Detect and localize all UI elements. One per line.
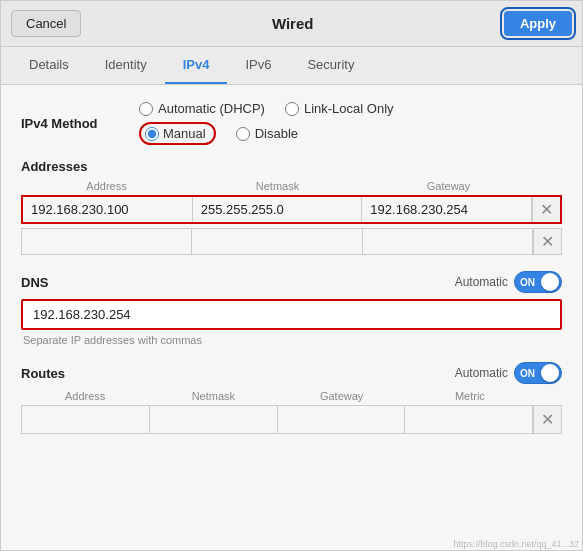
addresses-col-headers: Address Netmask Gateway <box>21 180 562 195</box>
route-metric-cell <box>405 406 533 433</box>
dns-toggle-group: Automatic ON <box>455 271 562 293</box>
delete-route-icon: ✕ <box>541 410 554 429</box>
addresses-section-title: Addresses <box>21 159 562 174</box>
route-col-header-netmask: Netmask <box>149 390 277 405</box>
dns-automatic-label: Automatic <box>455 275 508 289</box>
tab-ipv6[interactable]: IPv6 <box>227 47 289 84</box>
delete-icon: ✕ <box>540 200 553 219</box>
gateway-cell-1 <box>362 197 532 222</box>
tab-identity[interactable]: Identity <box>87 47 165 84</box>
delete-row-1-button[interactable]: ✕ <box>532 197 560 222</box>
dns-toggle-on-text: ON <box>515 277 535 288</box>
col-header-gateway: Gateway <box>363 180 534 195</box>
method-disable-radio[interactable] <box>236 127 250 141</box>
address-row-2: ✕ <box>21 228 562 255</box>
netmask-input-1[interactable] <box>193 197 362 222</box>
routes-toggle[interactable]: ON <box>514 362 562 384</box>
route-gateway-cell <box>278 406 406 433</box>
tab-bar: Details Identity IPv4 IPv6 Security <box>1 47 582 85</box>
method-row-1: Automatic (DHCP) Link-Local Only <box>139 101 394 116</box>
dns-section: DNS Automatic ON Separate IP addresses w… <box>21 271 562 346</box>
window: Cancel Wired Apply Details Identity IPv4… <box>0 0 583 551</box>
method-manual-radio[interactable] <box>145 127 159 141</box>
route-address-input[interactable] <box>22 406 149 433</box>
method-disable-label: Disable <box>255 126 298 141</box>
gateway-input-2[interactable] <box>363 229 532 254</box>
ipv4-method-row: IPv4 Method Automatic (DHCP) Link-Local … <box>21 101 562 145</box>
address-input-1[interactable] <box>23 197 192 222</box>
method-row-2: Manual Disable <box>139 122 394 145</box>
netmask-cell-1 <box>193 197 363 222</box>
routes-automatic-label: Automatic <box>455 366 508 380</box>
tab-details[interactable]: Details <box>11 47 87 84</box>
method-link-local-label: Link-Local Only <box>304 101 394 116</box>
addresses-container: Address Netmask Gateway ✕ <box>21 180 562 255</box>
routes-toggle-knob <box>541 364 559 382</box>
method-options: Automatic (DHCP) Link-Local Only Manual <box>139 101 394 145</box>
dns-input[interactable] <box>23 301 560 328</box>
routes-section: Routes Automatic ON Address Netmask Gate… <box>21 362 562 434</box>
content-area: IPv4 Method Automatic (DHCP) Link-Local … <box>1 85 582 550</box>
netmask-cell-2 <box>192 229 362 254</box>
method-link-local[interactable]: Link-Local Only <box>285 101 394 116</box>
delete-route-button[interactable]: ✕ <box>533 406 561 433</box>
method-manual-label: Manual <box>163 126 206 141</box>
route-col-spacer <box>534 390 562 405</box>
route-netmask-input[interactable] <box>150 406 277 433</box>
netmask-input-2[interactable] <box>192 229 361 254</box>
route-gateway-input[interactable] <box>278 406 405 433</box>
dns-toggle-knob <box>541 273 559 291</box>
delete-row-2-button[interactable]: ✕ <box>533 229 561 254</box>
col-headers-inner: Address Netmask Gateway <box>21 180 534 195</box>
routes-label: Routes <box>21 366 65 381</box>
manual-circle-highlight: Manual <box>139 122 216 145</box>
route-metric-input[interactable] <box>405 406 532 433</box>
col-header-address: Address <box>21 180 192 195</box>
route-netmask-cell <box>150 406 278 433</box>
col-header-netmask: Netmask <box>192 180 363 195</box>
tab-ipv4[interactable]: IPv4 <box>165 47 228 84</box>
dns-toggle[interactable]: ON <box>514 271 562 293</box>
delete-icon-2: ✕ <box>541 232 554 251</box>
route-row-1: ✕ <box>21 405 562 434</box>
gateway-cell-2 <box>363 229 533 254</box>
method-auto-label: Automatic (DHCP) <box>158 101 265 116</box>
address-cell-1 <box>23 197 193 222</box>
route-col-header-metric: Metric <box>406 390 534 405</box>
dns-label: DNS <box>21 275 48 290</box>
titlebar: Cancel Wired Apply <box>1 1 582 47</box>
routes-header-row: Routes Automatic ON <box>21 362 562 384</box>
address-input-2[interactable] <box>22 229 191 254</box>
tab-security[interactable]: Security <box>289 47 372 84</box>
method-disable[interactable]: Disable <box>236 126 298 141</box>
ipv4-method-label: IPv4 Method <box>21 116 121 131</box>
cancel-button[interactable]: Cancel <box>11 10 81 37</box>
apply-button[interactable]: Apply <box>504 11 572 36</box>
dns-header-row: DNS Automatic ON <box>21 271 562 293</box>
routes-col-headers: Address Netmask Gateway Metric <box>21 390 562 405</box>
dns-hint: Separate IP addresses with commas <box>21 334 562 346</box>
route-col-header-address: Address <box>21 390 149 405</box>
method-manual[interactable]: Manual <box>139 122 216 145</box>
method-auto[interactable]: Automatic (DHCP) <box>139 101 265 116</box>
route-address-cell <box>22 406 150 433</box>
route-col-header-gateway: Gateway <box>278 390 406 405</box>
dns-input-box <box>21 299 562 330</box>
gateway-input-1[interactable] <box>362 197 531 222</box>
method-link-local-radio[interactable] <box>285 102 299 116</box>
routes-toggle-on-text: ON <box>515 368 535 379</box>
address-cell-2 <box>22 229 192 254</box>
routes-toggle-group: Automatic ON <box>455 362 562 384</box>
window-title: Wired <box>81 15 503 32</box>
col-header-spacer <box>534 180 562 195</box>
address-row-1: ✕ <box>21 195 562 224</box>
method-auto-radio[interactable] <box>139 102 153 116</box>
